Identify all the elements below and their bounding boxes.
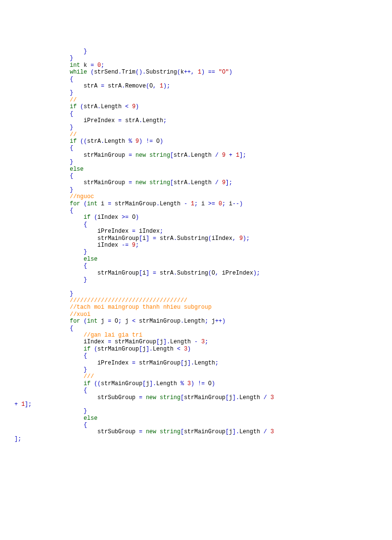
code-line: strMainGroup = new string[strA.Length / … xyxy=(14,179,378,186)
code-token xyxy=(14,193,70,200)
code-token: 1 xyxy=(198,69,201,75)
code-token: ]. xyxy=(149,380,156,387)
code-token: strA xyxy=(159,235,173,242)
code-line: else xyxy=(14,415,378,422)
code-token: } xyxy=(14,124,73,131)
code-line: { xyxy=(14,111,378,117)
code-token: ; xyxy=(195,201,201,207)
code-page: } } int k = 0; while (strSend.Trim().Sub… xyxy=(0,0,392,471)
code-token: ]. xyxy=(146,346,153,352)
code-token: = xyxy=(108,339,114,345)
code-token xyxy=(14,131,70,138)
code-token: new xyxy=(135,152,149,159)
code-token: iPreIndex xyxy=(98,228,132,235)
code-token: else xyxy=(84,415,98,422)
code-token: [ xyxy=(225,394,229,401)
code-token: ; xyxy=(159,228,163,235)
code-line: } xyxy=(14,290,378,297)
code-token: //xuoi xyxy=(70,311,90,318)
code-token: if xyxy=(70,138,80,145)
code-token: / xyxy=(264,428,270,435)
code-token: ; xyxy=(135,242,139,249)
code-token: = xyxy=(129,179,135,186)
code-token: strA xyxy=(84,103,98,110)
code-token: = xyxy=(101,83,108,89)
code-token: = xyxy=(118,117,125,124)
code-token: + xyxy=(229,152,236,159)
code-token: >= xyxy=(208,201,219,207)
code-token: Substring xyxy=(146,69,177,75)
code-line: } xyxy=(14,48,378,55)
code-token: < xyxy=(177,346,184,352)
code-token: else xyxy=(84,256,98,263)
code-token: ( xyxy=(94,346,98,352)
code-token: 1 xyxy=(21,401,24,408)
code-token: . xyxy=(98,103,101,110)
code-line: iPreIndex = strA.Length; xyxy=(14,117,378,124)
code-token: ; xyxy=(205,339,208,345)
code-token: i xyxy=(229,201,233,207)
code-token xyxy=(14,380,84,387)
code-token: strMainGroup xyxy=(184,394,225,401)
code-line: // xyxy=(14,97,378,103)
code-token: strMainGroup xyxy=(84,179,129,186)
code-token: strSubGroup xyxy=(98,428,139,435)
code-token xyxy=(14,62,70,69)
code-token: ////////////////////////////////// xyxy=(70,297,187,304)
code-token: ) xyxy=(212,380,215,387)
code-token: { xyxy=(14,352,87,359)
code-token: ( xyxy=(208,270,211,276)
code-token: ]. xyxy=(233,428,239,435)
code-token: { xyxy=(14,145,73,151)
code-token: ( xyxy=(208,235,211,242)
code-token: ]. xyxy=(187,360,194,366)
code-token: } xyxy=(14,159,73,165)
code-token: = xyxy=(132,360,139,366)
code-token: ]. xyxy=(233,394,239,401)
code-token: ) xyxy=(187,346,191,352)
code-token: { xyxy=(14,263,87,269)
code-token: //gan lai gia tri xyxy=(84,332,142,339)
code-line: } xyxy=(14,366,378,373)
code-token: 3 xyxy=(270,394,277,401)
code-line: } xyxy=(14,124,378,131)
code-token: ); xyxy=(163,83,170,89)
code-token: ; xyxy=(205,318,211,325)
code-token: = xyxy=(129,152,135,159)
code-token xyxy=(14,346,84,352)
code-token xyxy=(14,242,98,249)
code-token: ( xyxy=(94,214,98,221)
code-line: } xyxy=(14,408,378,414)
code-token: Length xyxy=(239,428,263,435)
code-token: ) xyxy=(135,214,139,221)
code-token: - xyxy=(184,201,191,207)
code-line: { xyxy=(14,207,378,214)
code-line: iIndex -= 9; xyxy=(14,242,378,249)
code-token: 9 xyxy=(222,152,229,159)
code-token xyxy=(14,214,84,221)
code-token: k xyxy=(84,62,90,69)
code-token: j xyxy=(142,346,146,352)
code-token: [ xyxy=(181,360,184,366)
code-line: strSubGroup = new string[strMainGroup[j]… xyxy=(14,428,378,435)
code-token: { xyxy=(14,173,73,179)
code-token: j xyxy=(146,380,149,387)
code-token xyxy=(14,283,18,290)
code-line: { xyxy=(14,422,378,428)
code-token: --) xyxy=(233,201,243,207)
code-token: = xyxy=(139,428,146,435)
code-token xyxy=(14,415,84,422)
code-token: ] = xyxy=(146,235,160,242)
code-line: strA = strA.Remove(O, 1); xyxy=(14,83,378,89)
code-token: ]. xyxy=(163,339,170,345)
code-token: Length xyxy=(194,360,215,366)
code-token xyxy=(14,270,98,276)
code-line: } xyxy=(14,89,378,96)
code-token xyxy=(14,69,70,75)
code-token: } xyxy=(14,187,73,193)
code-token: } xyxy=(14,249,87,255)
code-token: } xyxy=(14,290,73,297)
code-token: strA xyxy=(159,270,173,276)
code-token: { xyxy=(14,221,87,228)
code-token xyxy=(14,97,70,103)
